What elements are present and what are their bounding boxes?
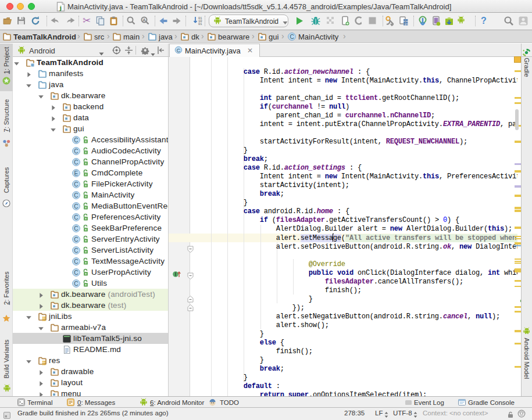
svg-text:C: C <box>74 247 78 254</box>
svg-text:C: C <box>290 34 294 40</box>
svg-text:C: C <box>74 159 78 166</box>
svg-text:C: C <box>74 148 78 155</box>
svg-text:C: C <box>74 203 78 210</box>
svg-text:C: C <box>74 225 78 232</box>
svg-text:C: C <box>74 270 78 276</box>
svg-text:01: 01 <box>198 22 202 26</box>
svg-text:C: C <box>74 214 78 221</box>
svg-text:C: C <box>74 192 78 199</box>
svg-text:E: E <box>74 170 78 177</box>
svg-text:C: C <box>74 259 78 265</box>
svg-text:C: C <box>74 137 78 143</box>
svg-text:C: C <box>74 281 78 287</box>
svg-text:C: C <box>177 48 181 53</box>
svg-text:C: C <box>74 236 78 243</box>
svg-text:j: j <box>59 4 62 11</box>
svg-text:C: C <box>74 181 78 188</box>
svg-text:A: A <box>142 17 146 23</box>
